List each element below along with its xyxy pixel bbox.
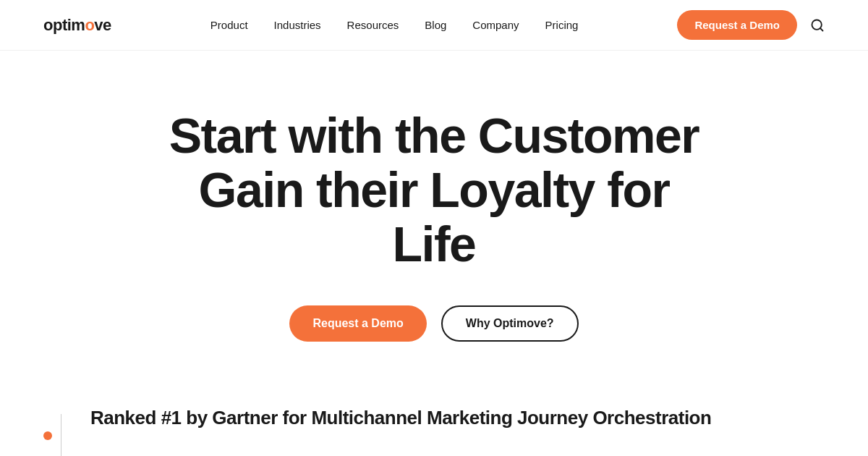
nav-links: Product Industries Resources Blog Compan… (210, 19, 579, 32)
nav-pricing[interactable]: Pricing (545, 19, 579, 31)
request-demo-hero-button[interactable]: Request a Demo (289, 305, 426, 342)
hero-buttons: Request a Demo Why Optimove? (289, 305, 578, 342)
why-optimove-button[interactable]: Why Optimove? (441, 305, 579, 342)
nav-company[interactable]: Company (472, 19, 519, 31)
bottom-section: Ranked #1 by Gartner for Multichannel Ma… (0, 385, 868, 456)
nav-right: Request a Demo (677, 10, 825, 40)
orange-dot-icon (43, 431, 52, 440)
search-icon (810, 18, 825, 33)
navbar: optimove Product Industries Resources Bl… (0, 0, 868, 51)
nav-industries[interactable]: Industries (274, 19, 321, 31)
logo[interactable]: optimove (43, 16, 111, 35)
nav-product[interactable]: Product (210, 19, 248, 31)
nav-blog[interactable]: Blog (425, 19, 446, 31)
hero-title: Start with the Customer Gain their Loyal… (159, 109, 709, 271)
vertical-divider (61, 414, 61, 456)
hero-section: Start with the Customer Gain their Loyal… (0, 51, 868, 385)
search-button[interactable] (810, 18, 825, 33)
nav-resources[interactable]: Resources (347, 19, 399, 31)
bottom-indicator (43, 407, 61, 456)
ranked-text: Ranked #1 by Gartner for Multichannel Ma… (90, 407, 711, 429)
svg-line-1 (820, 28, 823, 30)
request-demo-nav-button[interactable]: Request a Demo (677, 10, 797, 40)
